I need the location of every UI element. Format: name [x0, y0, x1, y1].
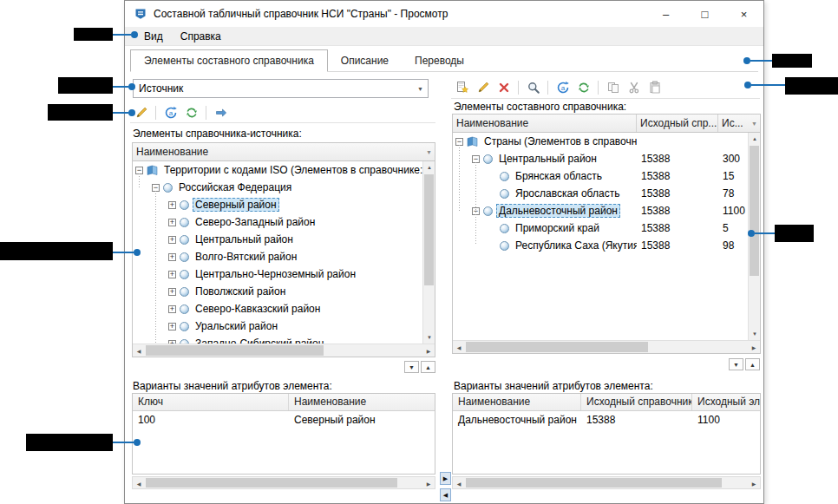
- horizontal-scrollbar[interactable]: ◀ ▶: [452, 476, 761, 489]
- splitter-collapse-right-button[interactable]: ▶: [440, 472, 451, 485]
- paste-button[interactable]: [645, 79, 664, 96]
- column-header-name[interactable]: Наименование: [453, 115, 637, 132]
- scroll-down-icon[interactable]: ▼: [749, 328, 761, 340]
- tree-row[interactable]: +Уральский район: [133, 317, 422, 335]
- tab-description[interactable]: Описание: [328, 50, 402, 71]
- horizontal-scrollbar[interactable]: ◀ ▶: [133, 344, 435, 357]
- tree-row[interactable]: Ярославская область 1538878: [453, 185, 748, 202]
- expand-icon[interactable]: +: [168, 253, 176, 261]
- tree-node-label[interactable]: Центральный район: [496, 152, 599, 166]
- tree-node-label[interactable]: Уральский район: [193, 319, 280, 333]
- scroll-left-icon[interactable]: ◀: [453, 341, 465, 353]
- copy-button[interactable]: [604, 79, 622, 96]
- column-header-source[interactable]: Исходный спр...: [637, 115, 718, 132]
- tree-row[interactable]: +Поволжский район: [133, 283, 422, 300]
- column-header-element[interactable]: Исходный эле...: [692, 394, 760, 410]
- tree-node-label[interactable]: Центрально-Черноземный район: [193, 267, 358, 281]
- column-header-name[interactable]: Наименование: [136, 146, 208, 158]
- tree-row[interactable]: +Центральный район: [133, 231, 422, 248]
- edit-button[interactable]: [474, 79, 492, 96]
- next-record-button[interactable]: ▼: [729, 358, 743, 370]
- scroll-left-icon[interactable]: ◀: [453, 477, 465, 489]
- tree-node-label[interactable]: Российская Федерация: [176, 180, 294, 194]
- scroll-thumb[interactable]: [424, 174, 434, 285]
- scroll-thumb[interactable]: [146, 345, 324, 356]
- tree-node-label[interactable]: Территории с кодами ISO (Элементов в спр…: [161, 163, 422, 177]
- scroll-right-icon[interactable]: ▶: [748, 477, 760, 489]
- minimize-button[interactable]: –: [646, 1, 685, 27]
- table-row[interactable]: Дальневосточный район 15388 1100: [453, 411, 760, 428]
- forward-button[interactable]: [212, 104, 230, 121]
- tree-node-label[interactable]: Волго-Вятский район: [193, 250, 299, 264]
- tree-row[interactable]: −Территории с кодами ISO (Элементов в сп…: [133, 161, 422, 179]
- tree-node-label[interactable]: Республика Саха (Якутия): [513, 239, 637, 252]
- attrs-table-header[interactable]: Ключ Наименование: [133, 394, 435, 411]
- tree-row[interactable]: Брянская область 1538815: [453, 167, 748, 185]
- prev-record-button[interactable]: ▲: [421, 361, 435, 373]
- tree-node-label[interactable]: Дальневосточный район: [496, 204, 620, 218]
- scroll-right-icon[interactable]: ▶: [422, 344, 435, 357]
- expand-icon[interactable]: +: [168, 236, 176, 244]
- scroll-down-icon[interactable]: ▼: [423, 331, 435, 344]
- add-button[interactable]: [453, 79, 471, 96]
- tree-row[interactable]: Приморский край 153885: [453, 219, 748, 237]
- composite-tree-header[interactable]: Наименование Исходный спр... Ис... ▼: [453, 115, 760, 133]
- tree-node-label[interactable]: Ярославская область: [513, 187, 622, 200]
- refresh-button[interactable]: [574, 79, 592, 96]
- tree-row[interactable]: +Западно-Сибирский район: [133, 335, 422, 344]
- scroll-thumb[interactable]: [750, 146, 759, 276]
- prev-record-button[interactable]: ▲: [745, 358, 760, 370]
- tree-node-label[interactable]: Северо-Кавказский район: [193, 302, 323, 316]
- maximize-button[interactable]: □: [685, 1, 724, 27]
- search-button[interactable]: [524, 79, 542, 96]
- tree-row[interactable]: +Северо-Кавказский район: [133, 300, 422, 317]
- close-button[interactable]: ×: [724, 1, 763, 27]
- scroll-right-icon[interactable]: ▶: [748, 341, 760, 353]
- attrs-table-header[interactable]: Наименование Исходный справочник Исходны…: [453, 394, 760, 411]
- title-bar[interactable]: Составной табличный справочник НСИ "Стра…: [125, 1, 763, 27]
- filter-icon[interactable]: ▼: [751, 121, 757, 127]
- expand-icon[interactable]: +: [168, 305, 176, 313]
- tree-node-label[interactable]: Северный район: [193, 198, 279, 212]
- tree-node-label[interactable]: Центральный район: [193, 232, 296, 246]
- filter-icon[interactable]: ▼: [426, 149, 432, 155]
- tab-translations[interactable]: Переводы: [402, 50, 477, 71]
- scroll-right-icon[interactable]: ▶: [422, 477, 435, 489]
- tree-row[interactable]: −Страны (Элементов в справочни: [453, 133, 748, 150]
- scroll-thumb[interactable]: [146, 478, 397, 488]
- horizontal-scrollbar[interactable]: ◀ ▶: [453, 340, 760, 353]
- refresh-translations-button[interactable]: a: [553, 79, 572, 96]
- expand-icon[interactable]: +: [168, 201, 176, 209]
- tree-row[interactable]: −Центральный район 15388300: [453, 150, 748, 167]
- tree-row[interactable]: Республика Саха (Якутия) 1538898: [453, 237, 748, 254]
- tree-node-label[interactable]: Брянская область: [513, 169, 605, 183]
- scroll-left-icon[interactable]: ◀: [133, 477, 145, 489]
- horizontal-scrollbar[interactable]: ◀ ▶: [132, 476, 435, 489]
- source-combobox[interactable]: Источник ▼: [133, 79, 429, 98]
- expand-icon[interactable]: +: [168, 271, 176, 278]
- tree-node-label[interactable]: Поволжский район: [193, 285, 288, 298]
- cut-button[interactable]: [625, 79, 643, 96]
- column-header-key[interactable]: Ключ: [133, 394, 289, 410]
- tree-row[interactable]: +Центрально-Черноземный район: [133, 265, 422, 283]
- delete-button[interactable]: [494, 79, 513, 96]
- tree-row[interactable]: +Волго-Вятский район: [133, 248, 422, 265]
- expand-icon[interactable]: +: [168, 340, 176, 344]
- menu-help[interactable]: Справка: [172, 27, 230, 45]
- tree-node-label[interactable]: Приморский край: [513, 221, 602, 235]
- source-tree-header[interactable]: Наименование ▼: [133, 143, 435, 161]
- column-header-source[interactable]: Исходный справочник: [581, 394, 692, 410]
- column-header-name[interactable]: Наименование: [453, 394, 581, 410]
- expand-icon[interactable]: +: [168, 219, 176, 226]
- scroll-up-icon[interactable]: ▲: [423, 161, 435, 173]
- vertical-scrollbar[interactable]: ▲ ▼: [422, 161, 435, 344]
- scroll-up-icon[interactable]: ▲: [749, 133, 761, 145]
- tree-node-label[interactable]: Страны (Элементов в справочни: [481, 134, 637, 148]
- table-row[interactable]: 100 Северный район: [133, 411, 435, 428]
- chevron-down-icon[interactable]: ▼: [413, 86, 428, 92]
- menu-view[interactable]: Вид: [135, 27, 172, 45]
- splitter-collapse-left-button[interactable]: ◀: [440, 488, 451, 501]
- scroll-thumb[interactable]: [466, 342, 648, 352]
- column-header-name[interactable]: Наименование: [289, 394, 435, 410]
- expand-icon[interactable]: +: [168, 288, 176, 296]
